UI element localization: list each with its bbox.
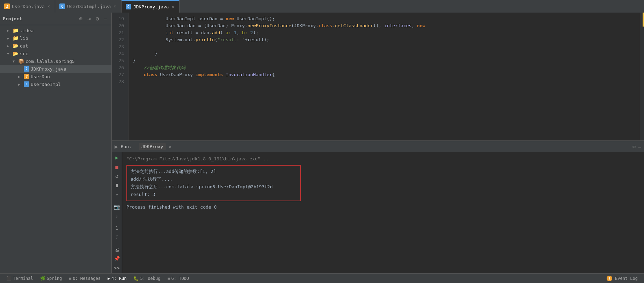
messages-icon: ≡ bbox=[69, 276, 71, 281]
main-area: Project ⊕ ⇥ ⚙ — ▶ 📁 .idea ▶ 📁 lib ▶ 📂 bbox=[0, 13, 644, 273]
minimize-icon[interactable]: — bbox=[102, 15, 109, 23]
tree-label-out: out bbox=[20, 43, 28, 49]
event-log-badge: 1 bbox=[607, 276, 612, 281]
editor-scrollbar[interactable] bbox=[640, 13, 644, 140]
code-line-25: } bbox=[133, 57, 637, 64]
sidebar-title: Project bbox=[3, 16, 75, 21]
project-tree: ▶ 📁 .idea ▶ 📁 lib ▶ 📂 out ▼ 📂 src bbox=[0, 25, 111, 273]
folder-icon-idea: 📁 bbox=[13, 28, 19, 33]
status-event-log[interactable]: 1 Event Log bbox=[603, 276, 641, 281]
line-num-23: 23 bbox=[112, 43, 128, 50]
status-debug[interactable]: 🐛 5: Debug bbox=[130, 274, 164, 283]
terminal-label: Terminal bbox=[13, 276, 33, 281]
tab-userdaoimpl[interactable]: C UserDaoImpl.java ✕ bbox=[55, 0, 121, 13]
tree-item-idea[interactable]: ▶ 📁 .idea bbox=[0, 27, 111, 34]
line-num-24: 24 bbox=[112, 50, 128, 57]
code-editor[interactable]: 19 20 21 22 23 24 25 26 27 28 UserDaoImp… bbox=[112, 13, 644, 140]
code-line-26: //创建代理对象代码 bbox=[133, 64, 637, 71]
scroll-down-button[interactable]: ↓ bbox=[113, 213, 121, 219]
collapse-arrow-idea: ▶ bbox=[7, 29, 11, 32]
tree-item-userdaoimpl-file[interactable]: ▶ C UserDaoImpl bbox=[0, 80, 111, 88]
status-messages[interactable]: ≡ 0: Messages bbox=[65, 274, 104, 283]
tab-userdao[interactable]: I UserDao.java ✕ bbox=[0, 0, 55, 13]
event-log-label: Event Log bbox=[615, 276, 638, 281]
file-icon-c-jdkproxy: C bbox=[24, 66, 29, 72]
tree-item-jdkproxy-file[interactable]: C JDKProxy.java bbox=[0, 65, 111, 73]
more-button[interactable]: >> bbox=[113, 265, 121, 271]
status-terminal[interactable]: ⬛ Terminal bbox=[3, 274, 37, 283]
settings-icon[interactable]: ⚙ bbox=[94, 15, 101, 23]
status-todo[interactable]: ≡ 6: TODO bbox=[164, 274, 192, 283]
run-process-name: JDKProxy bbox=[139, 143, 166, 150]
tree-item-out[interactable]: ▶ 📂 out bbox=[0, 42, 111, 50]
minimize-icon-run[interactable]: — bbox=[638, 144, 641, 150]
line-num-21: 21 bbox=[112, 29, 128, 36]
console-output-line-4: result: 3 bbox=[131, 191, 297, 198]
code-line-27: class UserDaoProxy implements Invocation… bbox=[133, 71, 637, 78]
tree-label-userdaoimpl-file: UserDaoImpl bbox=[31, 82, 61, 87]
status-right: 1 Event Log bbox=[603, 276, 641, 281]
layout-icon[interactable]: ⇥ bbox=[86, 15, 92, 23]
rerun-button[interactable]: ↺ bbox=[113, 173, 121, 180]
run-tab-close[interactable]: ✕ bbox=[169, 144, 171, 149]
tree-item-src[interactable]: ▼ 📂 src bbox=[0, 50, 111, 57]
tab-close-userdao[interactable]: ✕ bbox=[47, 3, 51, 9]
messages-label: 0: Messages bbox=[73, 276, 100, 281]
line-numbers: 19 20 21 22 23 24 25 26 27 28 bbox=[112, 13, 129, 140]
run-label: Run: bbox=[121, 144, 132, 149]
tab-close-jdkproxy[interactable]: ✕ bbox=[171, 3, 175, 10]
line-num-19: 19 bbox=[112, 15, 128, 22]
scroll-up-button[interactable]: ↑ bbox=[113, 191, 121, 198]
run-tab-icon: ▶ bbox=[115, 143, 118, 150]
export-button[interactable]: ⤴ bbox=[113, 234, 121, 241]
pin-button[interactable]: 📌 bbox=[113, 255, 121, 262]
collapse-arrow-package: ▼ bbox=[13, 59, 17, 63]
tree-label-jdkproxy-file: JDKProxy.java bbox=[31, 66, 66, 72]
output-box: 方法之前执行...add传递的参数:[1, 2] add方法执行了.... 方法… bbox=[126, 165, 301, 201]
todo-label: 6: TODO bbox=[171, 276, 189, 281]
import-button[interactable]: ⤵ bbox=[113, 225, 121, 232]
tab-close-userdaoimpl[interactable]: ✕ bbox=[113, 3, 117, 9]
status-run[interactable]: ▶ 4: Run bbox=[104, 274, 130, 283]
run-title: Run: JDKProxy bbox=[121, 143, 166, 150]
debug-icon: 🐛 bbox=[133, 276, 139, 281]
tab-icon-c-userdaoimpl: C bbox=[59, 3, 65, 9]
camera-button[interactable]: 📷 bbox=[113, 204, 121, 210]
tree-item-package[interactable]: ▼ 📦 com.lalala.spring5 bbox=[0, 57, 111, 65]
add-icon[interactable]: ⊕ bbox=[78, 15, 84, 23]
tab-label-jdkproxy: JDKProxy.java bbox=[133, 4, 169, 9]
settings-icon-run[interactable]: ⚙ bbox=[632, 144, 635, 150]
play-button[interactable]: ▶ bbox=[113, 154, 121, 161]
collapse-arrow-src: ▼ bbox=[7, 52, 11, 56]
code-line-28 bbox=[133, 78, 637, 85]
print-button[interactable]: 🖨 bbox=[113, 246, 121, 253]
tab-label-userdao: UserDao.java bbox=[12, 4, 45, 9]
collapse-arrow-lib: ▶ bbox=[7, 36, 11, 40]
debug-label: 5: Debug bbox=[140, 276, 160, 281]
file-icon-c-userdaoimpl: C bbox=[24, 81, 29, 87]
line-num-26: 26 bbox=[112, 64, 128, 71]
code-content[interactable]: UserDaoImpl userDao = new UserDaoImpl();… bbox=[129, 13, 640, 140]
tree-label-userdao-file: UserDao bbox=[31, 74, 50, 79]
tab-icon-i-userdao: I bbox=[4, 3, 10, 9]
code-line-23 bbox=[133, 43, 637, 50]
folder-icon-src: 📂 bbox=[13, 51, 19, 56]
tree-label-lib: lib bbox=[20, 36, 28, 41]
spring-label: Spring bbox=[47, 276, 62, 281]
status-spring[interactable]: 🌿 Spring bbox=[37, 274, 65, 283]
todo-icon: ≡ bbox=[167, 276, 170, 281]
tab-jdkproxy[interactable]: C JDKProxy.java ✕ bbox=[122, 0, 180, 13]
terminal-icon: ⬛ bbox=[6, 276, 12, 281]
stop-button[interactable]: ■ bbox=[113, 164, 121, 170]
console-output-line-1: 方法之前执行...add传递的参数:[1, 2] bbox=[131, 168, 297, 175]
run-header: ▶ Run: JDKProxy ✕ ⚙ — bbox=[112, 141, 644, 152]
file-icon-i-userdao: I bbox=[24, 74, 29, 79]
run-content[interactable]: "C:\Program Files\Java\jdk1.8.0_191\bin\… bbox=[122, 152, 644, 273]
tree-item-userdao-file[interactable]: ▶ I UserDao bbox=[0, 73, 111, 80]
pause-button[interactable]: ⏸ bbox=[113, 182, 121, 189]
line-num-22: 22 bbox=[112, 36, 128, 43]
tree-item-lib[interactable]: ▶ 📁 lib bbox=[0, 34, 111, 42]
tab-bar: I UserDao.java ✕ C UserDaoImpl.java ✕ C … bbox=[0, 0, 644, 13]
tab-label-userdaoimpl: UserDaoImpl.java bbox=[67, 4, 111, 9]
folder-icon-lib: 📁 bbox=[13, 35, 19, 41]
